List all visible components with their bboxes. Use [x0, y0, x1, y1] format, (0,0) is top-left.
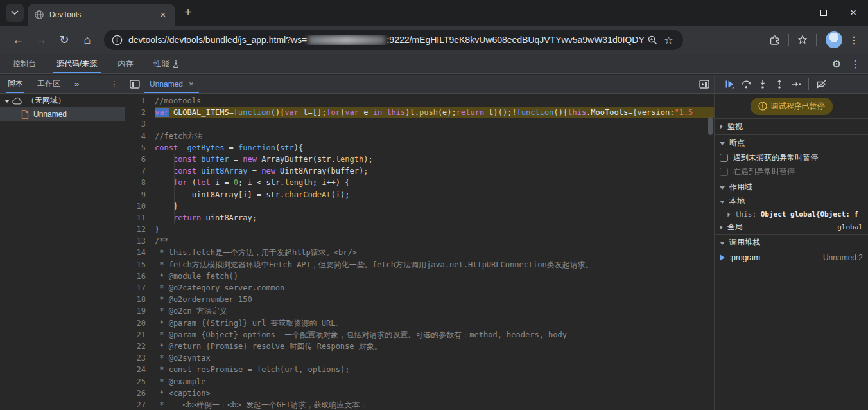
step-button[interactable] [788, 77, 804, 91]
line-number[interactable]: 6 [125, 154, 155, 165]
new-tab-button[interactable]: + [179, 4, 197, 22]
code-line[interactable]: 10 } [125, 201, 714, 212]
browser-tab[interactable]: DevTools × [28, 4, 175, 26]
line-number[interactable]: 20 [125, 317, 155, 329]
step-into-button[interactable] [754, 77, 771, 91]
callstack-frame-row[interactable]: :program Unnamed:2 [715, 250, 868, 265]
reload-button[interactable]: ↻ [54, 30, 74, 50]
line-number[interactable]: 13 [125, 235, 155, 247]
line-number[interactable]: 17 [125, 282, 155, 294]
window-close-button[interactable]: × [838, 0, 868, 26]
back-button[interactable]: ← [8, 30, 28, 50]
line-number[interactable]: 18 [125, 294, 155, 305]
bookmark-star-icon[interactable]: ☆ [661, 31, 677, 48]
code-line[interactable]: 23 * @o2syntax [125, 352, 714, 364]
line-number[interactable]: 10 [125, 201, 155, 212]
browser-menu-icon[interactable]: ⋮ [846, 34, 862, 46]
code-line[interactable]: 25 * @example [125, 376, 714, 388]
more-tabs-icon[interactable]: » [74, 75, 79, 93]
line-number[interactable]: 8 [125, 177, 155, 188]
code-line[interactable]: 24 * const resPromise = fetch(url, optio… [125, 364, 714, 375]
devtools-menu-icon[interactable]: ⋮ [847, 58, 863, 70]
line-number[interactable]: 26 [125, 388, 155, 399]
tab-search-button[interactable] [6, 4, 24, 22]
line-number[interactable]: 9 [125, 189, 155, 201]
navigator-menu-icon[interactable]: ⋮ [110, 75, 125, 93]
code-line[interactable]: 20 * @param {(String)} url 要获取资源的 URL。 [125, 317, 714, 329]
code-line[interactable]: 4//fetch方法 [125, 130, 714, 142]
toggle-debugger-sidebar-icon[interactable] [695, 75, 714, 93]
line-number[interactable]: 4 [125, 130, 155, 142]
scope-local-row[interactable]: 本地 [715, 195, 868, 208]
extensions-icon[interactable] [767, 31, 783, 48]
code-line[interactable]: 12} [125, 224, 714, 235]
line-number[interactable]: 23 [125, 352, 155, 364]
line-number[interactable]: 24 [125, 364, 155, 375]
line-number[interactable]: 16 [125, 271, 155, 282]
section-watch[interactable]: 监视 [715, 118, 868, 134]
code-line[interactable]: 9 uint8Array[i] = str.charCodeAt(i); [125, 189, 714, 201]
tab-sources[interactable]: 源代码/来源 [55, 54, 98, 73]
toggle-navigator-icon[interactable] [125, 75, 144, 93]
line-number[interactable]: 25 [125, 376, 155, 388]
code-line[interactable]: 14 * this.fetch是一个方法，用于发起http请求。<br/> [125, 247, 714, 258]
code-line[interactable]: 22 * @return {Promise} resolve 时回传 Respo… [125, 341, 714, 352]
section-scope[interactable]: 作用域 [715, 179, 868, 195]
line-number[interactable]: 12 [125, 224, 155, 235]
code-line[interactable]: 5const _getBytes = function(str){ [125, 142, 714, 154]
code-line[interactable]: 18 * @o2ordernumber 150 [125, 294, 714, 305]
code-line[interactable]: 6 const buffer = new ArrayBuffer(str.len… [125, 154, 714, 165]
scope-global-row[interactable]: 全局 global [715, 220, 868, 234]
code-line[interactable]: 26 * <caption> [125, 388, 714, 399]
line-number[interactable]: 21 [125, 329, 155, 341]
expand-arrow-icon[interactable] [4, 100, 10, 103]
line-number[interactable]: 5 [125, 142, 155, 154]
code-line[interactable]: 11 return uint8Array; [125, 212, 714, 224]
line-number[interactable]: 19 [125, 305, 155, 317]
editor-scrollbar[interactable] [708, 117, 713, 135]
site-info-icon[interactable] [112, 35, 123, 46]
line-number[interactable]: 7 [125, 165, 155, 177]
checkbox-unchecked[interactable] [720, 154, 728, 162]
line-number[interactable]: 2 [125, 107, 155, 118]
section-breakpoints[interactable]: 断点 [715, 134, 868, 150]
code-line[interactable]: 2var GLOBAL_ITEMS=function(){var t=[];fo… [125, 107, 714, 118]
code-line[interactable]: 21 * @param {Object} options 一个配置项对象，包括对… [125, 329, 714, 341]
url-text[interactable]: devtools://devtools/bundled/js_app.html?… [128, 35, 645, 45]
code-area[interactable]: 1//mootools2var GLOBAL_ITEMS=function(){… [125, 94, 714, 410]
tab-scripts[interactable]: 脚本 [8, 75, 23, 93]
line-number[interactable]: 1 [125, 95, 155, 107]
tab-workspace[interactable]: 工作区 [37, 75, 60, 93]
tab-console[interactable]: 控制台 [12, 54, 37, 73]
code-line[interactable]: 7 const uint8Array = new Uint8Array(buff… [125, 165, 714, 177]
tab-memory[interactable]: 内存 [116, 54, 134, 73]
deactivate-breakpoints-button[interactable] [813, 77, 829, 91]
resume-button[interactable] [721, 77, 738, 91]
settings-gear-icon[interactable]: ⚙ [832, 58, 841, 70]
code-line[interactable]: 19 * @o2cn 方法定义 [125, 305, 714, 317]
address-bar[interactable]: devtools://devtools/bundled/js_app.html?… [104, 30, 683, 50]
line-number[interactable]: 15 [125, 259, 155, 271]
code-line[interactable]: 8 for (let i = 0; i < str.length; i++) { [125, 177, 714, 188]
editor-tab-close-icon[interactable]: × [189, 79, 194, 89]
scope-this-row[interactable]: this: Object global{Object: f [715, 208, 868, 220]
zoom-icon[interactable] [645, 31, 661, 48]
maximize-button[interactable] [809, 0, 838, 26]
home-button[interactable]: ⌂ [77, 30, 98, 50]
step-out-button[interactable] [771, 77, 788, 91]
extension-action-icon[interactable] [794, 31, 811, 48]
code-line[interactable]: 3 [125, 118, 714, 130]
code-line[interactable]: 1//mootools [125, 95, 714, 107]
code-line[interactable]: 15 * fetch方法模拟浏览器环境中Fetch API，但要简化一些。fet… [125, 259, 714, 271]
code-line[interactable]: 27 * <b>样例一：<b> 发起一个GET请求，获取响应文本： [125, 399, 714, 410]
tab-close-icon[interactable]: × [157, 9, 169, 21]
tree-item-domain[interactable]: （无网域） [0, 94, 125, 107]
editor-tab-unnamed[interactable]: Unnamed × [144, 75, 199, 93]
line-number[interactable]: 3 [125, 118, 155, 130]
code-line[interactable]: 16 * @module fetch() [125, 271, 714, 282]
step-over-button[interactable] [738, 77, 754, 91]
code-line[interactable]: 13/** [125, 235, 714, 247]
section-callstack[interactable]: 调用堆栈 [715, 234, 868, 250]
line-number[interactable]: 22 [125, 341, 155, 352]
line-number[interactable]: 14 [125, 247, 155, 258]
